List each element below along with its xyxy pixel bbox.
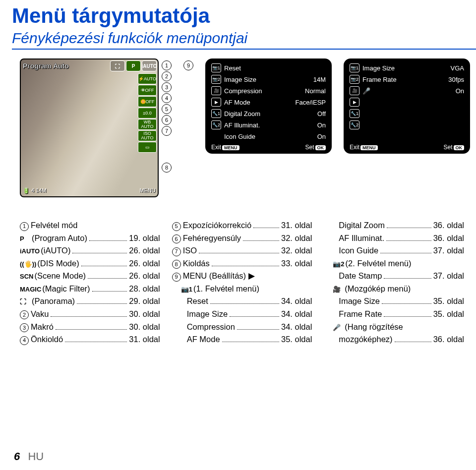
dots [395, 342, 431, 342]
index-entry: iAUTO(iAUTO)26. oldal [20, 244, 160, 257]
dots [380, 253, 431, 253]
index-entry: Date Stamp37. oldal [324, 270, 464, 283]
chip-exp: ±0.0 [138, 108, 157, 118]
camera-preview: Program Auto ⛶ P iAUTO ⚡AUTO 👁OFF 🌼OFF ±… [20, 59, 159, 197]
index-page: 34. oldal [281, 308, 312, 321]
index-entry: 🎥(Mozgókép menü) [324, 283, 464, 295]
index-page: 32. oldal [281, 244, 312, 257]
dots [237, 329, 279, 330]
index-lead-icon: iAUTO [20, 246, 40, 256]
index-label: AF Illuminat. [339, 232, 384, 245]
index-number: 1 [20, 222, 29, 231]
index-lead-icon: 🎤 [333, 323, 344, 333]
index-label: Reset [187, 295, 208, 308]
index-entry: 6Fehéregyensúly32. oldal [172, 232, 312, 245]
index-label: Digital Zoom [339, 219, 385, 232]
mode-box-p: P [126, 60, 141, 71]
index-page: 28. oldal [129, 283, 160, 295]
movie-icon: 🎥 [350, 86, 359, 95]
dots [88, 278, 127, 279]
dots [210, 303, 279, 304]
dots [72, 253, 127, 253]
menu-panel-2: 📷1 Image Size VGA 📷2 Frame Rate 30fps 🎥 … [344, 59, 470, 154]
index-page: 34. oldal [281, 295, 312, 308]
camera-bottom-left: 🔋 4 14M [23, 187, 47, 194]
index-label: Felvétel mód [31, 219, 77, 232]
index-page: 31. oldal [129, 333, 160, 346]
index-entry: Frame Rate35. oldal [324, 308, 464, 321]
marker-1: 1 [162, 60, 172, 70]
index-number: 5 [172, 222, 181, 231]
dots [243, 240, 279, 241]
menu2-row-1: 📷2 Frame Rate 30fps [350, 75, 464, 84]
index-page: 29. oldal [129, 295, 160, 308]
index-page: 37. oldal [433, 270, 464, 283]
index-lead-icon: MAGIC [20, 285, 41, 294]
index-lead-icon: SCN [20, 272, 33, 282]
index-col-3: Digital Zoom36. oldalAF Illuminat.36. ol… [324, 219, 464, 346]
mode-boxes: ⛶ P iAUTO [110, 60, 157, 71]
dots [81, 266, 127, 266]
menu2-set-btn: OK [454, 145, 465, 150]
chip-eye: 👁OFF [138, 85, 157, 96]
dots [384, 278, 431, 279]
menu1-row-2: 🎥 Compression Normal [211, 86, 326, 95]
index-number: 6 [172, 235, 181, 243]
index-page: 35. oldal [433, 295, 464, 308]
index-page: 33. oldal [281, 257, 312, 270]
index-page: 35. oldal [281, 333, 312, 346]
menu1-label-6: Icon Guide [224, 133, 289, 140]
index-page: 30. oldal [129, 308, 160, 321]
camera-bottom-bar: 🔋 4 14M MENU [21, 184, 158, 196]
menu1-row-5: 🔧2 AF Illuminat. On [211, 120, 326, 129]
index-label: (Panorama) [32, 295, 75, 308]
marker-6: 6 [162, 115, 172, 125]
menu1-exit-btn: MENU [222, 145, 239, 150]
marker9-wrap: 9 [183, 59, 193, 70]
index-entry: mozgóképhez)36. oldal [324, 333, 464, 346]
index-lead-icon: ((🖐)) [20, 259, 36, 269]
index-entry: 7ISO32. oldal [172, 244, 312, 257]
index-label: Kioldás [183, 257, 210, 270]
index-entry: 4Önkioldó31. oldal [20, 333, 160, 346]
index-number: 2 [20, 310, 29, 319]
header: Menü tárgymutatója Fényképezési funkciók… [0, 0, 476, 47]
chip-wb: WB AUTO [138, 119, 157, 130]
index-label: mozgóképhez) [339, 333, 392, 346]
page-title: Menü tárgymutatója [12, 4, 476, 28]
marker-3: 3 [162, 82, 172, 92]
index-page: 26. oldal [129, 270, 160, 283]
dots [51, 316, 127, 317]
index-label: AF Mode [187, 333, 220, 346]
camera2-icon: 📷2 [211, 75, 221, 84]
menu1-label-4: Digital Zoom [224, 110, 289, 118]
dots [386, 240, 431, 241]
mode-label: Program Auto [23, 62, 69, 70]
index-entry: SCN(Scene Mode)26. oldal [20, 270, 160, 283]
menu2-val-1: 30fps [430, 76, 464, 83]
play-icon: ▶ [211, 98, 221, 107]
dots [222, 342, 279, 342]
page-number: 6 [14, 450, 20, 463]
index-label: Vaku [31, 308, 49, 321]
marker-2: 2 [162, 71, 172, 81]
menu1-val-6: On [292, 133, 326, 140]
index-label: (1. Felvétel menü) [193, 283, 259, 295]
mode-box-panorama: ⛶ [110, 60, 125, 71]
marker-9: 9 [183, 60, 193, 70]
menu1-val-1: 14M [292, 76, 326, 83]
menu2-row-5: 🔧2 [350, 120, 464, 129]
index-label: (Magic Filter) [42, 283, 90, 295]
index-lead-icon: ⛶ [20, 297, 31, 307]
menu2-row-0: 📷1 Image Size VGA [350, 63, 464, 72]
movie-icon: 🎥 [211, 86, 221, 95]
menu1-label-5: AF Illuminat. [224, 121, 289, 129]
chip-flash: ⚡AUTO [138, 73, 157, 84]
index-label: Frame Rate [339, 308, 382, 321]
dots [56, 329, 127, 330]
index-number: 4 [20, 336, 29, 345]
index-label: (Mozgókép menü) [345, 283, 411, 295]
index-page: 30. oldal [129, 321, 160, 334]
menu1-footer: ExitMENU SetOK [211, 141, 326, 151]
camera-bottom-right: MENU [140, 187, 156, 193]
